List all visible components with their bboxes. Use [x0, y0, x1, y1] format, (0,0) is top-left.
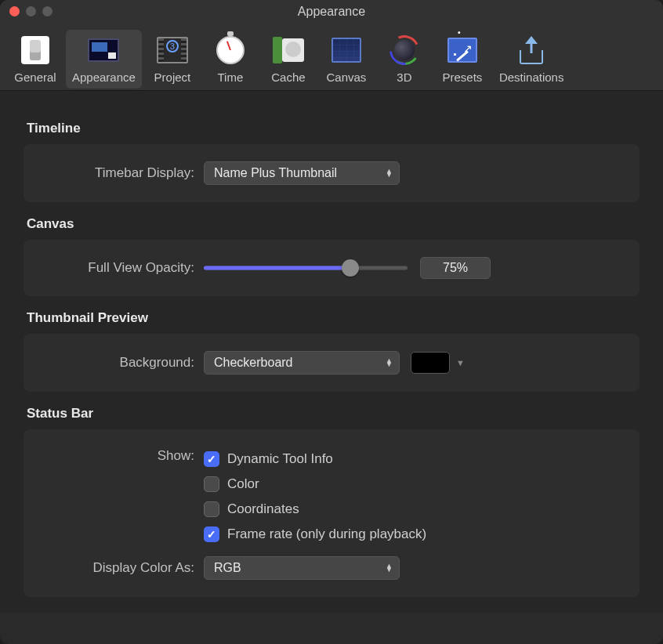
tab-cache[interactable]: Cache: [261, 30, 316, 89]
minimize-button[interactable]: [26, 6, 36, 16]
display-color-as-label: Display Color As:: [39, 560, 204, 576]
checkbox-label: Color: [227, 476, 259, 492]
share-icon: [520, 36, 543, 64]
tab-label: Appearance: [72, 71, 136, 84]
chevron-down-icon[interactable]: ▼: [456, 358, 465, 367]
checkbox-label: Dynamic Tool Info: [227, 451, 333, 467]
tab-appearance[interactable]: Appearance: [66, 30, 142, 89]
slider-thumb[interactable]: [342, 259, 359, 277]
traffic-lights: [9, 6, 53, 16]
tab-time[interactable]: Time: [203, 30, 258, 89]
full-view-opacity-label: Full View Opacity:: [39, 260, 204, 276]
tab-label: Time: [218, 71, 244, 84]
checkbox-label: Frame rate (only during playback): [227, 526, 426, 542]
tab-canvas[interactable]: Canvas: [319, 30, 374, 89]
section-timeline: Timebar Display: Name Plus Thumbnail ▲▼: [24, 144, 639, 202]
section-title-canvas: Canvas: [27, 216, 639, 232]
timebar-display-label: Timebar Display:: [39, 165, 204, 181]
presets-icon: ↗: [447, 38, 477, 63]
section-canvas: Full View Opacity: 75%: [24, 240, 639, 296]
prefs-toolbar: General Appearance 3 Project Time Cache …: [0, 24, 663, 91]
checkbox-label: Coordinates: [227, 501, 299, 517]
tab-label: Presets: [442, 71, 482, 84]
section-title-statusbar: Status Bar: [27, 406, 639, 421]
stopwatch-icon: [216, 36, 245, 64]
preferences-window: Appearance General Appearance 3 Project …: [0, 0, 663, 644]
background-label: Background:: [39, 355, 204, 371]
sphere-icon: [389, 35, 419, 65]
background-popup[interactable]: Checkerboard ▲▼: [204, 351, 400, 374]
checkbox-coordinates[interactable]: [204, 501, 219, 517]
film-icon: 3: [157, 37, 188, 63]
section-title-thumbnail: Thumbnail Preview: [27, 310, 639, 326]
timebar-display-value: Name Plus Thumbnail: [214, 166, 337, 180]
checkbox-color[interactable]: [204, 476, 219, 492]
tab-general[interactable]: General: [8, 30, 63, 89]
background-color-well[interactable]: [411, 352, 450, 374]
full-view-opacity-value[interactable]: 75%: [420, 257, 491, 279]
appearance-icon: [88, 38, 119, 62]
display-color-as-popup[interactable]: RGB ▲▼: [204, 556, 400, 580]
tab-label: Cache: [271, 71, 305, 84]
tab-destinations[interactable]: Destinations: [493, 30, 571, 89]
section-title-timeline: Timeline: [27, 121, 639, 136]
checkbox-frame-rate[interactable]: [204, 526, 219, 542]
tab-label: Destinations: [499, 71, 564, 84]
tab-label: Canvas: [326, 71, 366, 84]
tab-label: Project: [154, 71, 191, 84]
checkbox-dynamic-tool-info[interactable]: [204, 451, 219, 467]
full-view-opacity-slider[interactable]: [204, 260, 408, 276]
zoom-button[interactable]: [42, 6, 53, 16]
tab-label: 3D: [397, 71, 411, 84]
cache-icon: [273, 37, 304, 63]
window-title: Appearance: [9, 5, 654, 19]
titlebar: Appearance: [0, 0, 663, 24]
section-thumbnail: Background: Checkerboard ▲▼ ▼: [24, 334, 639, 392]
show-label: Show:: [39, 447, 204, 464]
chevron-updown-icon: ▲▼: [386, 169, 393, 177]
tab-presets[interactable]: ↗ Presets: [435, 30, 490, 89]
slider-fill: [204, 266, 350, 270]
tab-label: General: [14, 71, 56, 84]
grid-icon: [332, 38, 361, 63]
background-value: Checkerboard: [214, 356, 293, 370]
display-color-as-value: RGB: [214, 561, 241, 575]
tab-3d[interactable]: 3D: [377, 30, 432, 89]
chevron-updown-icon: ▲▼: [386, 359, 393, 367]
timebar-display-popup[interactable]: Name Plus Thumbnail ▲▼: [204, 161, 400, 185]
chevron-updown-icon: ▲▼: [386, 564, 393, 572]
switch-icon: [21, 36, 49, 64]
section-statusbar: Show: Dynamic Tool Info Color Coordinate…: [24, 429, 639, 597]
tab-project[interactable]: 3 Project: [145, 30, 200, 89]
prefs-content: Timeline Timebar Display: Name Plus Thum…: [0, 91, 663, 613]
close-button[interactable]: [9, 6, 20, 16]
